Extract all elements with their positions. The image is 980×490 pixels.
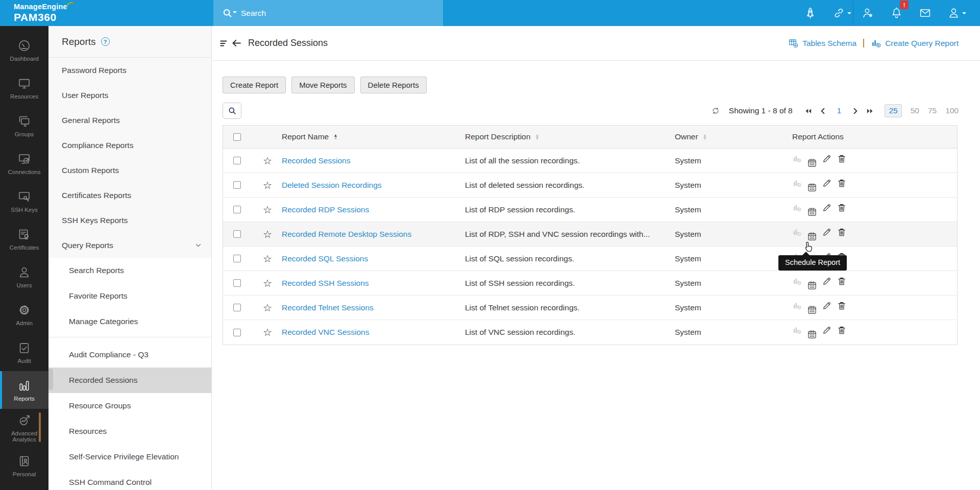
sort-report-name[interactable]: ▲▼ (333, 134, 337, 140)
select-all-checkbox[interactable] (233, 133, 241, 141)
report-name-link[interactable]: Recorded Sessions (274, 156, 465, 165)
schedule-report-icon[interactable] (807, 231, 817, 241)
sidebar-item-certificates-reports[interactable]: Certificates Reports (48, 183, 211, 208)
create-report-button[interactable]: Create Report (223, 77, 286, 93)
current-page[interactable]: 1 (837, 106, 842, 115)
sidebar-item-resources[interactable]: Resources (48, 419, 211, 444)
page-size-75[interactable]: 75 (928, 106, 937, 115)
delete-report-icon[interactable] (837, 227, 847, 237)
prev-page-icon[interactable] (819, 107, 827, 115)
page-size-25[interactable]: 25 (885, 104, 901, 117)
sidebar-item-query-reports[interactable]: Query Reports (48, 233, 211, 258)
sidepanel-scrollbar-thumb[interactable] (48, 369, 53, 390)
navrail-scrollbar-thumb[interactable] (39, 412, 41, 442)
row-checkbox[interactable] (233, 255, 241, 262)
global-search-input[interactable]: Search (241, 9, 266, 18)
mail-icon[interactable] (911, 7, 939, 19)
move-reports-button[interactable]: Move Reports (291, 77, 354, 93)
list-menu-icon[interactable] (219, 39, 229, 48)
sort-report-description[interactable]: ▲▼ (535, 134, 539, 140)
edit-report-icon[interactable] (822, 227, 832, 237)
nav-item-reports[interactable]: Reports (0, 371, 48, 409)
row-checkbox[interactable] (233, 329, 241, 336)
schedule-report-icon[interactable] (807, 280, 817, 290)
tables-schema-link[interactable]: Tables Schema (788, 38, 856, 48)
sidebar-item-audit-compliance-q3[interactable]: Audit Compliance - Q3 (48, 342, 211, 368)
favorite-star-icon[interactable]: ☆ (253, 303, 274, 313)
favorite-star-icon[interactable]: ☆ (253, 156, 274, 166)
delete-reports-button[interactable]: Delete Reports (360, 77, 427, 93)
edit-report-icon[interactable] (822, 325, 832, 335)
sidebar-item-ssh-keys-reports[interactable]: SSH Keys Reports (48, 208, 211, 233)
schedule-report-icon[interactable] (807, 182, 817, 192)
table-search-button[interactable] (223, 103, 241, 119)
report-name-link[interactable]: Deleted Session Recordings (274, 181, 465, 190)
favorite-star-icon[interactable]: ☆ (253, 278, 274, 288)
report-name-link[interactable]: Recorded SSH Sessions (274, 279, 465, 288)
edit-report-icon[interactable] (822, 154, 832, 164)
row-checkbox[interactable] (233, 206, 241, 213)
next-page-icon[interactable] (851, 107, 859, 115)
delete-report-icon[interactable] (837, 276, 847, 286)
sidebar-item-user-reports[interactable]: User Reports (48, 83, 211, 108)
sidebar-item-general-reports[interactable]: General Reports (48, 108, 211, 133)
user-star-icon[interactable] (853, 7, 882, 19)
schedule-report-icon[interactable] (807, 305, 817, 315)
sidebar-item-custom-reports[interactable]: Custom Reports (48, 158, 211, 183)
nav-item-personal[interactable]: Personal (0, 447, 48, 484)
edit-report-icon[interactable] (822, 203, 832, 213)
delete-report-icon[interactable] (837, 301, 847, 311)
row-checkbox[interactable] (233, 157, 241, 164)
nav-item-users[interactable]: Users (0, 258, 48, 296)
notifications-bell-icon[interactable]: ! (882, 7, 911, 19)
nav-item-ssh-keys[interactable]: SSH Keys (0, 182, 48, 220)
schedule-report-icon[interactable] (807, 207, 817, 217)
sidebar-item-search-reports[interactable]: Search Reports (48, 258, 211, 283)
sidebar-item-compliance-reports[interactable]: Compliance Reports (48, 133, 211, 158)
last-page-icon[interactable] (866, 107, 874, 115)
schedule-report-icon[interactable] (807, 158, 817, 168)
sidebar-item-resource-groups[interactable]: Resource Groups (48, 393, 211, 419)
create-query-report-link[interactable]: Create Query Report (871, 38, 959, 48)
favorite-star-icon[interactable]: ☆ (253, 180, 274, 190)
favorite-star-icon[interactable]: ☆ (253, 254, 274, 264)
favorite-star-icon[interactable]: ☆ (253, 229, 274, 239)
nav-item-audit[interactable]: Audit (0, 333, 48, 371)
schedule-report-icon[interactable] (807, 329, 817, 339)
sidebar-item-recorded-sessions[interactable]: Recorded Sessions (48, 368, 211, 393)
rocket-icon[interactable] (796, 7, 824, 19)
link-icon[interactable] (824, 7, 853, 19)
edit-report-icon[interactable] (822, 301, 832, 311)
sidebar-item-favorite-reports[interactable]: Favorite Reports (48, 283, 211, 309)
edit-report-icon[interactable] (822, 178, 832, 188)
favorite-star-icon[interactable]: ☆ (253, 327, 274, 337)
nav-item-dashboard[interactable]: Dashboard (0, 31, 48, 69)
row-checkbox[interactable] (233, 181, 241, 189)
sidebar-item-manage-categories[interactable]: Manage Categories (48, 309, 211, 334)
first-page-icon[interactable] (804, 107, 812, 115)
nav-item-groups[interactable]: Groups (0, 107, 48, 144)
help-icon[interactable]: ? (101, 37, 110, 46)
page-size-50[interactable]: 50 (911, 106, 919, 115)
report-name-link[interactable]: Recorded RDP Sessions (274, 205, 465, 214)
report-name-link[interactable]: Recorded Remote Desktop Sessions (274, 230, 465, 239)
nav-item-admin[interactable]: Admin (0, 296, 48, 333)
favorite-star-icon[interactable]: ☆ (253, 205, 274, 215)
page-size-100[interactable]: 100 (945, 106, 959, 115)
delete-report-icon[interactable] (837, 154, 847, 164)
sort-owner[interactable]: ▲▼ (703, 134, 707, 140)
nav-item-connections[interactable]: Connections (0, 144, 48, 182)
row-checkbox[interactable] (233, 230, 241, 238)
global-search-bar[interactable]: Search (213, 0, 443, 26)
report-name-link[interactable]: Recorded VNC Sessions (274, 328, 465, 337)
nav-item-certificates[interactable]: Certificates (0, 220, 48, 258)
report-name-link[interactable]: Recorded Telnet Sessions (274, 303, 465, 312)
sidebar-item-ssh-command-control[interactable]: SSH Command Control (48, 470, 211, 490)
row-checkbox[interactable] (233, 279, 241, 287)
edit-report-icon[interactable] (822, 276, 832, 286)
delete-report-icon[interactable] (837, 325, 847, 335)
sidebar-item-password-reports[interactable]: Password Reports (48, 58, 211, 83)
report-name-link[interactable]: Recorded SQL Sessions (274, 254, 465, 263)
row-checkbox[interactable] (233, 304, 241, 311)
refresh-icon[interactable] (711, 106, 720, 115)
